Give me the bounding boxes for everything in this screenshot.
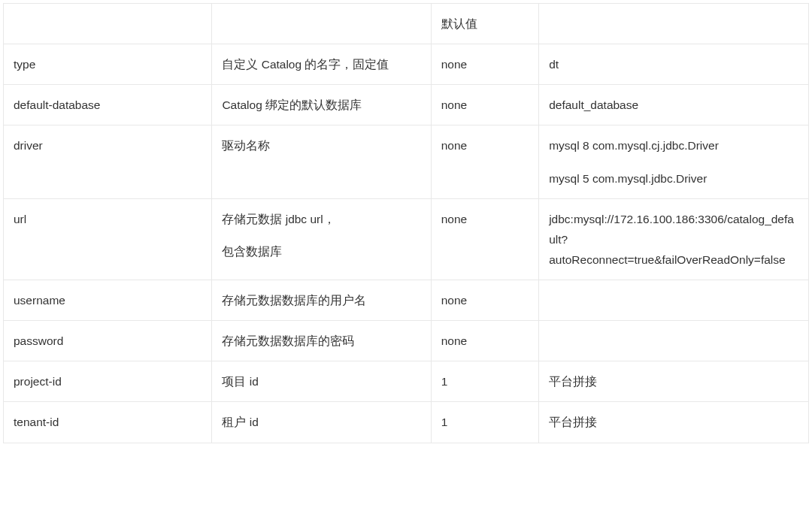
header-example [539,4,809,44]
cell-default: 1 [431,361,539,402]
table-row: password存储元数据数据库的密码none [4,321,809,361]
cell-default: none [431,198,539,280]
cell-example: jdbc:mysql://172.16.100.186:3306/catalog… [539,198,809,280]
cell-default: none [431,44,539,85]
cell-name: project-id [4,361,212,402]
cell-default: none [431,321,539,361]
cell-example: 平台拼接 [539,402,809,443]
table-row: project-id项目 id1平台拼接 [4,361,809,402]
header-default: 默认值 [431,4,539,44]
table-row: tenant-id租户 id1平台拼接 [4,402,809,443]
cell-name: username [4,280,212,321]
cell-desc: 租户 id [212,402,431,443]
cell-example [539,280,809,321]
desc-line: 包含数据库 [222,241,420,262]
cell-desc: 自定义 Catalog 的名字，固定值 [212,44,431,85]
cell-name: password [4,321,212,361]
table-row: username存储元数据数据库的用户名none [4,280,809,321]
example-line: mysql 8 com.mysql.cj.jdbc.Driver [549,135,798,156]
cell-desc: 项目 id [212,361,431,402]
cell-desc: 存储元数据数据库的用户名 [212,280,431,321]
cell-desc: 存储元数据数据库的密码 [212,321,431,361]
cell-default: none [431,125,539,198]
table-row: url存储元数据 jdbc url，包含数据库nonejdbc:mysql://… [4,198,809,280]
desc-line: 存储元数据 jdbc url， [222,209,420,229]
cell-desc: 驱动名称 [212,125,431,198]
table-header-row: 默认值 [4,4,809,44]
cell-name: url [4,198,212,280]
table-row: driver驱动名称nonemysql 8 com.mysql.cj.jdbc.… [4,125,809,198]
config-table: 默认值 type自定义 Catalog 的名字，固定值nonedtdefault… [3,3,809,443]
cell-example: 平台拼接 [539,361,809,402]
cell-example [539,321,809,361]
cell-example: dt [539,44,809,85]
header-desc [212,4,431,44]
header-name [4,4,212,44]
table-row: default-databaseCatalog 绑定的默认数据库nonedefa… [4,85,809,125]
cell-desc: 存储元数据 jdbc url，包含数据库 [212,198,431,280]
table-row: type自定义 Catalog 的名字，固定值nonedt [4,44,809,85]
table-body: type自定义 Catalog 的名字，固定值nonedtdefault-dat… [4,44,809,443]
cell-name: type [4,44,212,85]
cell-name: default-database [4,85,212,125]
cell-default: none [431,280,539,321]
cell-name: tenant-id [4,402,212,443]
example-line: mysql 5 com.mysql.jdbc.Driver [549,168,798,189]
cell-example: default_database [539,85,809,125]
cell-default: 1 [431,402,539,443]
cell-default: none [431,85,539,125]
cell-example: mysql 8 com.mysql.cj.jdbc.Drivermysql 5 … [539,125,809,198]
cell-desc: Catalog 绑定的默认数据库 [212,85,431,125]
cell-name: driver [4,125,212,198]
